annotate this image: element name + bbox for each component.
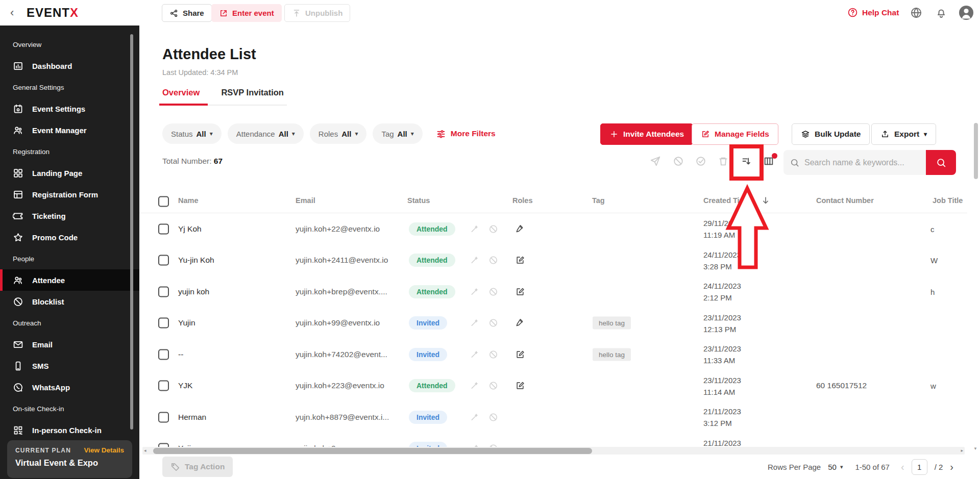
share-button[interactable]: Share bbox=[162, 4, 212, 22]
edit-icon[interactable] bbox=[515, 255, 525, 265]
row-checkbox[interactable] bbox=[158, 443, 169, 447]
block-icon[interactable] bbox=[488, 318, 498, 328]
row-checkbox[interactable] bbox=[158, 381, 169, 391]
manage-fields-button[interactable]: Manage Fields bbox=[692, 123, 778, 145]
sort-icon[interactable] bbox=[741, 156, 752, 167]
status-badge: Attended bbox=[409, 379, 455, 392]
wand-icon[interactable] bbox=[470, 349, 479, 359]
landing-page-icon bbox=[13, 168, 23, 179]
more-filters-button[interactable]: More Filters bbox=[436, 129, 496, 139]
column-header-roles[interactable]: Roles bbox=[512, 196, 533, 205]
scroll-right-icon[interactable]: ▸ bbox=[961, 447, 963, 454]
horizontal-scrollbar[interactable]: ◂ ▸ bbox=[142, 447, 965, 455]
sidebar-item-in-person-check-in[interactable]: In-person Check-in bbox=[0, 419, 139, 441]
previous-page-button[interactable]: ‹ bbox=[901, 461, 904, 473]
sidebar-scrollbar[interactable] bbox=[130, 28, 134, 476]
bulk-update-button[interactable]: Bulk Update bbox=[792, 123, 870, 145]
next-page-button[interactable]: › bbox=[950, 461, 953, 473]
sidebar-item-dashboard[interactable]: Dashboard bbox=[0, 55, 139, 77]
filter-attendance-dropdown[interactable]: AttendanceAll▾ bbox=[228, 123, 304, 144]
back-chevron-icon[interactable]: ‹ bbox=[10, 7, 14, 19]
sidebar-item-ticketing[interactable]: Ticketing bbox=[0, 205, 139, 226]
column-header-created-time[interactable]: Created Time bbox=[703, 196, 750, 205]
wand-icon[interactable] bbox=[470, 381, 479, 391]
edit-icon[interactable] bbox=[515, 381, 525, 391]
promo-code-icon bbox=[13, 232, 23, 243]
sidebar-item-event-settings[interactable]: Event Settings bbox=[0, 98, 139, 119]
sidebar-item-registration-form[interactable]: Registration Form bbox=[0, 184, 139, 205]
send-icon[interactable] bbox=[650, 156, 661, 167]
columns-icon[interactable] bbox=[763, 156, 774, 167]
filter-tag-dropdown[interactable]: TagAll▾ bbox=[373, 123, 422, 144]
block-icon[interactable] bbox=[673, 156, 684, 167]
sidebar-item-label: Blocklist bbox=[32, 297, 64, 306]
tab-rsvp-invitation[interactable]: RSVP Invitation bbox=[221, 88, 284, 97]
edit-icon[interactable] bbox=[515, 349, 525, 360]
search-input[interactable] bbox=[804, 158, 920, 167]
sort-direction-icon[interactable] bbox=[761, 195, 771, 206]
export-button[interactable]: Export ▾ bbox=[871, 123, 936, 145]
invite-attendees-button[interactable]: Invite Attendees bbox=[600, 123, 693, 145]
wand-icon[interactable] bbox=[470, 256, 479, 265]
sidebar-item-promo-code[interactable]: Promo Code bbox=[0, 226, 139, 248]
column-header-tag[interactable]: Tag bbox=[592, 196, 605, 205]
wand-icon[interactable] bbox=[470, 287, 479, 296]
globe-icon[interactable] bbox=[910, 7, 922, 19]
block-icon[interactable] bbox=[488, 412, 498, 422]
select-all-checkbox[interactable] bbox=[158, 196, 169, 207]
tag-action-button[interactable]: Tag Action bbox=[162, 457, 233, 477]
column-header-contact-number[interactable]: Contact Number bbox=[816, 196, 874, 205]
avatar[interactable] bbox=[959, 5, 974, 20]
caret-down-icon: ▾ bbox=[840, 464, 843, 470]
unpublish-icon bbox=[292, 9, 301, 18]
block-icon[interactable] bbox=[488, 349, 498, 359]
rows-per-page-select[interactable]: 50 ▾ bbox=[828, 463, 843, 471]
row-checkbox[interactable] bbox=[158, 255, 169, 266]
tab-overview[interactable]: Overview bbox=[162, 88, 200, 97]
block-icon[interactable] bbox=[488, 287, 498, 296]
vertical-scrollbar[interactable]: ▼ bbox=[973, 115, 979, 451]
edit-icon[interactable] bbox=[515, 287, 525, 297]
row-checkbox[interactable] bbox=[158, 286, 169, 297]
enter-event-button[interactable]: Enter event bbox=[211, 4, 282, 22]
sidebar-item-email[interactable]: Email bbox=[0, 334, 139, 355]
block-icon[interactable] bbox=[488, 256, 498, 265]
block-icon[interactable] bbox=[488, 381, 498, 391]
column-header-status[interactable]: Status bbox=[407, 196, 430, 205]
unpublish-button[interactable]: Unpublish bbox=[284, 4, 350, 22]
horizontal-scroll-thumb[interactable] bbox=[153, 448, 592, 454]
wand-icon[interactable] bbox=[470, 318, 479, 328]
scroll-left-icon[interactable]: ◂ bbox=[144, 447, 146, 454]
current-page-box[interactable]: 1 bbox=[912, 459, 927, 475]
view-details-link[interactable]: View Details bbox=[84, 446, 124, 454]
row-checkbox[interactable] bbox=[158, 223, 169, 234]
filter-status-dropdown[interactable]: StatusAll▾ bbox=[162, 123, 222, 144]
sidebar-item-whatsapp[interactable]: WhatsApp bbox=[0, 376, 139, 398]
sidebar-item-blocklist[interactable]: Blocklist bbox=[0, 291, 139, 312]
wand-icon[interactable] bbox=[470, 224, 479, 234]
trash-icon[interactable] bbox=[718, 156, 729, 167]
scroll-down-icon[interactable]: ▼ bbox=[973, 446, 977, 451]
sidebar-item-landing-page[interactable]: Landing Page bbox=[0, 162, 139, 184]
row-checkbox[interactable] bbox=[158, 349, 169, 360]
row-checkbox[interactable] bbox=[158, 318, 169, 329]
column-header-job-title[interactable]: Job Title bbox=[933, 196, 963, 205]
signature-icon[interactable] bbox=[515, 224, 525, 234]
wand-icon[interactable] bbox=[470, 412, 479, 422]
bell-icon[interactable] bbox=[935, 7, 947, 19]
help-chat-button[interactable]: Help Chat bbox=[847, 7, 899, 18]
sidebar-item-event-manager[interactable]: Event Manager bbox=[0, 119, 139, 141]
signature-icon[interactable] bbox=[515, 318, 525, 328]
sidebar-item-attendee[interactable]: Attendee bbox=[0, 269, 139, 291]
column-header-name[interactable]: Name bbox=[178, 196, 199, 205]
check-circle-icon[interactable] bbox=[695, 156, 706, 167]
column-header-email[interactable]: Email bbox=[296, 196, 315, 205]
pagination: Rows Per Page 50 ▾ 1-50 of 67 ‹ 1 / 2 › bbox=[768, 455, 953, 479]
vertical-scroll-thumb[interactable] bbox=[974, 123, 978, 179]
row-checkbox[interactable] bbox=[158, 412, 169, 422]
block-icon[interactable] bbox=[488, 224, 498, 234]
search-submit-button[interactable] bbox=[926, 150, 956, 175]
job-title: W bbox=[930, 256, 938, 265]
sidebar-item-sms[interactable]: SMS bbox=[0, 355, 139, 376]
filter-roles-dropdown[interactable]: RolesAll▾ bbox=[310, 123, 367, 144]
